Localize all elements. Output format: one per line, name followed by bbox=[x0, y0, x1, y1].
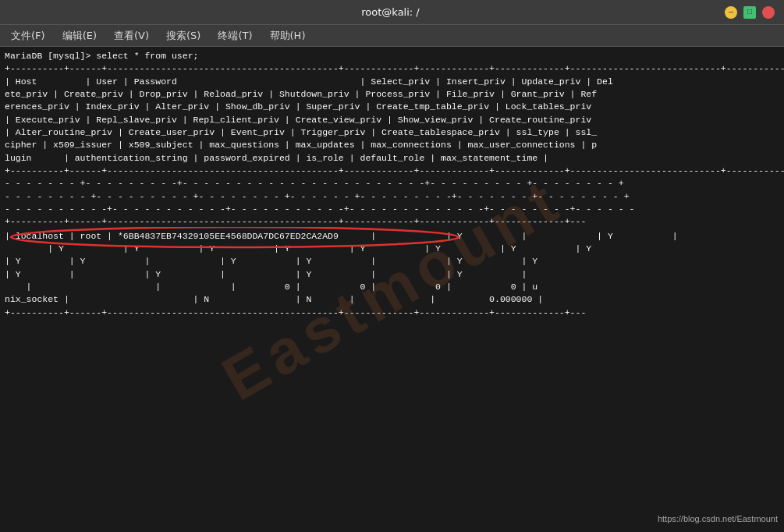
menu-edit[interactable]: 编辑(E) bbox=[55, 27, 105, 44]
menu-view[interactable]: 查看(V) bbox=[106, 27, 157, 44]
watermark-url: https://blog.csdn.net/Eastmount bbox=[658, 513, 778, 526]
minimize-button[interactable]: — bbox=[725, 6, 737, 19]
terminal-output: MariaDB [mysql]> select * from user; +--… bbox=[5, 50, 779, 229]
data-row-container: | localhost | root | *6BB4837EB74329105E… bbox=[5, 230, 779, 307]
window-controls: — □ bbox=[725, 6, 775, 19]
maximize-button[interactable]: □ bbox=[743, 6, 756, 19]
menu-help[interactable]: 帮助(H) bbox=[262, 27, 314, 44]
menu-terminal[interactable]: 终端(T) bbox=[210, 27, 260, 44]
terminal-output-bottom: +----------+------+---------------------… bbox=[5, 307, 779, 319]
data-row: | localhost | root | *6BB4837EB74329105E… bbox=[5, 230, 779, 307]
close-button[interactable] bbox=[762, 6, 775, 19]
menu-bar: 文件(F) 编辑(E) 查看(V) 搜索(S) 终端(T) 帮助(H) bbox=[0, 25, 784, 47]
window-title: root@kali: / bbox=[56, 6, 725, 18]
title-bar: root@kali: / — □ bbox=[0, 0, 784, 25]
terminal-window[interactable]: MariaDB [mysql]> select * from user; +--… bbox=[0, 47, 784, 532]
menu-file[interactable]: 文件(F) bbox=[3, 27, 53, 44]
menu-search[interactable]: 搜索(S) bbox=[158, 27, 208, 44]
